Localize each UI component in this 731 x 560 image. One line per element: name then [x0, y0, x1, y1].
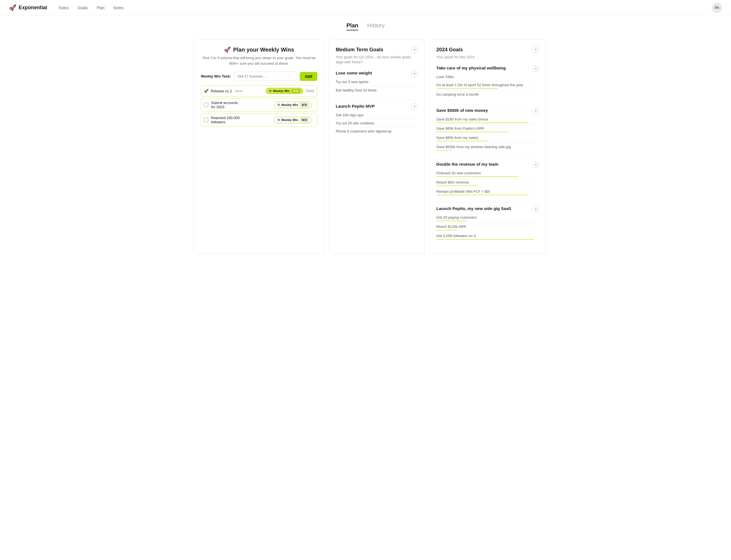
task-item: 🚀 Release v1.2 done! ☆ Weekly Win W30 To… — [201, 85, 317, 96]
weekly-win-tag-2: ☆ Weekly Win W30 — [274, 102, 312, 108]
star-icon-1: ☆ — [269, 89, 272, 93]
rocket-icon: 🚀 — [224, 46, 231, 53]
medium-goal-1-title: Lose some weight — [336, 70, 372, 76]
medium-goal-1: Lose some weight + Try out 3 new sports … — [336, 70, 418, 94]
add-goal-2024-2-button[interactable]: + — [532, 108, 539, 114]
task-item: Reached 100,000 followers ☆ Weekly Win W… — [201, 113, 317, 127]
goal-2024-3-sub-2: Reach $5m revenue — [436, 178, 539, 188]
nav-links: Todos Goals Plan Notes — [58, 6, 712, 10]
add-goal-2024-1-button[interactable]: + — [532, 65, 539, 72]
done-badge: done! — [235, 89, 243, 93]
goal-2024-2-title: Save $500k of new money — [436, 108, 488, 113]
task-input-row: Weekly Win Task: Add — [201, 72, 317, 81]
plan-panel: 🚀 Plan your Weekly Wins Pick 3 to 5 acti… — [194, 39, 324, 254]
task-input[interactable] — [234, 72, 297, 81]
goal-2024-2: Save $500k of new money + Save $180 from… — [436, 108, 539, 152]
today-badge: Today — [305, 89, 314, 93]
goal-2024-4-sub-2: Reach $120k ARR — [436, 223, 539, 232]
weekly-win-tag-1: ☆ Weekly Win W30 — [266, 88, 303, 94]
add-goal-2024-3-button[interactable]: + — [532, 161, 539, 168]
goal-2024-1: Take care of my physical wellbeing + Los… — [436, 65, 539, 98]
goal-2024-1-sub-1: Lose 33lbs — [436, 73, 539, 81]
goal-2024-2-sub-1: Save $180 from my sales bonus — [436, 115, 539, 125]
logo-icon: 🚀 — [9, 4, 16, 11]
medium-goals-header: Medium Term Goals + — [336, 46, 418, 53]
goal-2024-3-title: Double the revenue of my team — [436, 161, 498, 167]
medium-goal-2-sub-1: Get 100 sign-ups — [336, 111, 418, 119]
add-medium-goal-1-button[interactable]: + — [411, 70, 418, 77]
goal-2024-1-title: Take care of my physical wellbeing — [436, 65, 506, 71]
week-badge-2: W30 — [300, 103, 309, 107]
avatar[interactable]: PA — [712, 3, 722, 13]
star-icon-3: ☆ — [277, 118, 280, 122]
add-2024-goal-button[interactable]: + — [532, 46, 539, 53]
medium-goal-2: Launch Pepito MVP + Get 100 sign-ups Try… — [336, 103, 418, 136]
task-name-2: Submit accounts for 2023 — [211, 101, 243, 109]
task-item: Submit accounts for 2023 ☆ Weekly Win W3… — [201, 98, 317, 112]
plan-title: 🚀 Plan your Weekly Wins — [201, 46, 317, 53]
medium-goals-title: Medium Term Goals — [336, 47, 383, 53]
nav-notes[interactable]: Notes — [114, 6, 124, 10]
task-checkbox-3[interactable] — [204, 118, 208, 122]
medium-goal-2-sub-2: Try out 25 ads creatives — [336, 119, 418, 127]
goal-2024-2-sub-2: Save $60k from Pepito's ARR — [436, 125, 539, 134]
task-list: 🚀 Release v1.2 done! ☆ Weekly Win W30 To… — [201, 85, 317, 127]
main-content: 🚀 Plan your Weekly Wins Pick 3 to 5 acti… — [187, 35, 544, 263]
goal-2024-1-sub-2: Do at least 1.5hr of sport 52 times thro… — [436, 81, 539, 90]
tab-history[interactable]: History — [367, 22, 384, 30]
task-name-1: Release v1.2 — [211, 89, 234, 93]
star-icon-2: ☆ — [277, 103, 280, 107]
goal-2024-2-sub-4: Save $200k from my window cleaning side-… — [436, 143, 539, 152]
navbar: 🚀 Exponential Todos Goals Plan Notes PA — [0, 0, 731, 16]
task-checkbox-2[interactable] — [204, 103, 208, 107]
goal-2024-3-sub-1: Onboard 20 new customers — [436, 169, 539, 178]
week-badge-1: W30 — [292, 89, 300, 93]
nav-todos[interactable]: Todos — [58, 6, 69, 10]
goal-2024-2-sub-3: Save $60k from my salary — [436, 134, 539, 143]
medium-goal-1-sub-2: Eat healthy food 10 times — [336, 86, 418, 94]
logo-text: Exponential — [19, 5, 47, 11]
medium-goal-2-sub-3: Phone 5 customers who signed-up — [336, 127, 418, 135]
goal-2024-4-sub-1: Get 20 paying customers — [436, 214, 539, 223]
week-badge-3: W30 — [300, 118, 309, 122]
nav-plan[interactable]: Plan — [97, 6, 105, 10]
goal-2024-4-sub-3: Get 5,000 followers on X — [436, 232, 539, 241]
goal-2024-4: Launch Pepito, my new side gig SaaS + Ge… — [436, 206, 539, 241]
goals-2024-header: 2024 Goals + — [436, 46, 539, 53]
add-medium-goal-2-button[interactable]: + — [411, 103, 418, 110]
goal-2024-3-sub-3: Remain profitable (Net FCF > $0) — [436, 188, 539, 197]
plan-subtitle: Pick 3 to 5 actions that will bring you … — [201, 55, 317, 66]
goals-2024-desc: Your goals for this 2024. — [436, 55, 539, 60]
weekly-win-tag-3: ☆ Weekly Win W30 — [274, 117, 312, 123]
tab-plan[interactable]: Plan — [347, 22, 358, 30]
rocket-task-icon: 🚀 — [204, 89, 209, 93]
task-label: Weekly Win Task: — [201, 74, 231, 78]
medium-goals-panel: Medium Term Goals + Your goals for Q3 20… — [329, 39, 425, 254]
goal-2024-1-sub-3: Go camping once a month — [436, 91, 539, 98]
logo[interactable]: 🚀 Exponential — [9, 4, 47, 11]
medium-goals-desc: Your goals for Q3 2024... do your weekly… — [336, 55, 418, 65]
add-medium-goal-button[interactable]: + — [411, 46, 418, 53]
goals-2024-title: 2024 Goals — [436, 47, 463, 53]
goal-2024-3: Double the revenue of my team + Onboard … — [436, 161, 539, 197]
page-tabs: Plan History — [0, 16, 731, 35]
nav-goals[interactable]: Goals — [78, 6, 88, 10]
add-goal-2024-4-button[interactable]: + — [532, 206, 539, 213]
medium-goal-1-sub-1: Try out 3 new sports — [336, 78, 418, 86]
goals-2024-panel: 2024 Goals + Your goals for this 2024. T… — [429, 39, 546, 254]
task-name-3: Reached 100,000 followers — [211, 116, 243, 124]
goal-2024-4-title: Launch Pepito, my new side gig SaaS — [436, 206, 511, 211]
medium-goal-2-title: Launch Pepito MVP — [336, 103, 375, 109]
add-button[interactable]: Add — [300, 72, 317, 81]
